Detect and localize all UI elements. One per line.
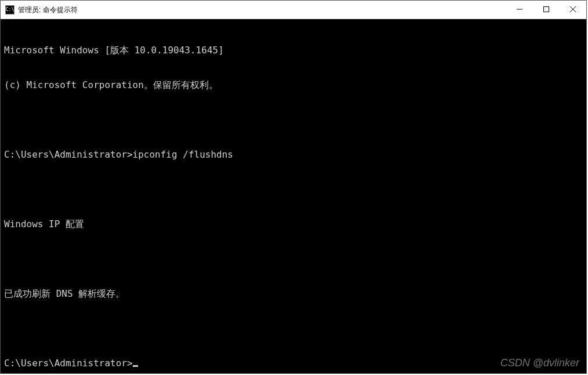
minimize-button[interactable]	[506, 1, 533, 18]
app-icon-glyph: C:\	[6, 7, 14, 12]
terminal-line: C:\Users\Administrator>ipconfig /flushdn…	[4, 149, 583, 161]
app-icon: C:\	[5, 5, 14, 14]
terminal-line: Microsoft Windows [版本 10.0.19043.1645]	[4, 45, 583, 56]
cursor-icon	[133, 365, 138, 367]
terminal-line: 已成功刷新 DNS 解析缓存。	[4, 288, 583, 300]
terminal-line	[4, 323, 583, 334]
minimize-icon	[517, 6, 522, 12]
window-controls	[506, 1, 586, 19]
terminal-output[interactable]: Microsoft Windows [版本 10.0.19043.1645] (…	[1, 19, 586, 373]
terminal-line: Windows IP 配置	[4, 219, 583, 230]
terminal-line	[4, 253, 583, 265]
close-button[interactable]	[560, 1, 586, 18]
terminal-prompt-line: C:\Users\Administrator>	[4, 358, 583, 369]
terminal-line: (c) Microsoft Corporation。保留所有权利。	[4, 79, 583, 91]
terminal-prompt: C:\Users\Administrator>	[4, 358, 133, 369]
close-icon	[570, 6, 576, 12]
terminal-line	[4, 114, 583, 126]
terminal-line	[4, 184, 583, 195]
window-title: 管理员: 命令提示符	[18, 1, 506, 19]
command-prompt-window: C:\ 管理员: 命令提示符 Microsoft Windows [版本 10.…	[0, 0, 587, 374]
window-titlebar[interactable]: C:\ 管理员: 命令提示符	[1, 1, 586, 19]
maximize-icon	[543, 6, 549, 12]
svg-rect-1	[544, 7, 549, 12]
maximize-button[interactable]	[533, 1, 560, 18]
